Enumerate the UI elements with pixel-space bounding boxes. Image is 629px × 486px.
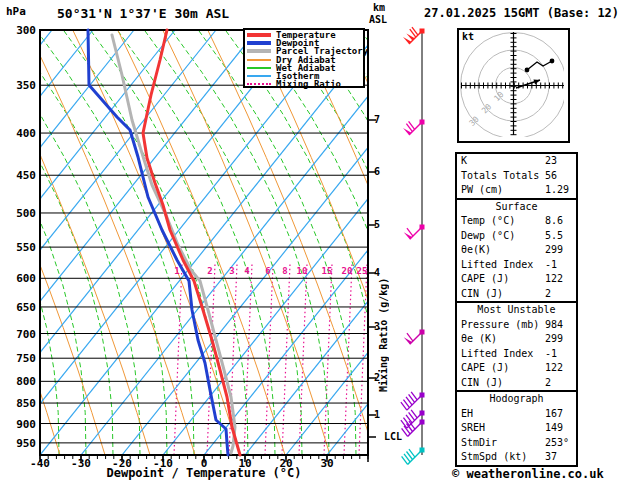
mixing-ratio-value-label: 25 [353,266,371,276]
km-tick-label: 7 [374,114,380,125]
stats-label: Lifted Index [461,347,533,362]
wind-barb [403,27,424,44]
pressure-label: 500 [4,207,36,220]
pressure-label: 750 [4,352,36,365]
station-title: 50°31'N 1°37'E 30m ASL [57,6,229,21]
stats-value: 2 [545,376,551,391]
stats-value: 299 [545,243,563,258]
legend-box: TemperatureDewpointParcel TrajectoryDry … [243,28,365,88]
stats-row: PW (cm)1.29 [457,183,576,198]
pressure-label: 550 [4,241,36,254]
pressure-label: 650 [4,301,36,314]
stats-value: 167 [545,407,563,422]
stats-box: K23Totals Totals56PW (cm)1.29 [455,152,578,200]
wind-barb [402,448,425,465]
stats-label: Pressure (mb) [461,318,539,333]
stats-value: 23 [545,154,557,169]
stats-label: θe(K) [461,243,491,258]
stats-value: 122 [545,272,563,287]
stats-label: StmSpd (kt) [461,450,527,465]
legend-swatch [247,41,271,45]
wind-barb [404,330,425,345]
stats-value: 8.6 [545,214,563,229]
wind-barb [401,392,425,410]
stats-box: Most UnstablePressure (mb)984θe (K)299Li… [455,301,578,392]
stats-row: Pressure (mb)984 [457,318,576,333]
stats-header: Hodograph [457,392,576,407]
stats-value: 299 [545,332,563,347]
temperature-curve [143,30,240,455]
copyright: © weatheronline.co.uk [452,467,604,481]
stats-value: 56 [545,169,557,184]
x-axis-title: Dewpoint / Temperature (°C) [40,466,368,480]
pressure-label: 950 [4,437,36,450]
hodograph-unit: kt [462,31,474,42]
legend-row: Mixing Ratio [247,80,363,88]
mixing-ratio-value-label: 15 [318,266,336,276]
stats-value: 149 [545,421,563,436]
stats-label: CIN (J) [461,287,503,302]
stats-header: Surface [457,200,576,215]
pressure-label: 300 [4,24,36,37]
stats-row: K23 [457,154,576,169]
lcl-label: LCL [384,431,402,442]
pressure-label: 850 [4,397,36,410]
asl-axis-unit: ASL [369,14,387,25]
stats-row: θe (K)299 [457,332,576,347]
stats-header: Most Unstable [457,303,576,318]
mixing-ratio-value-label: 2 [201,266,219,276]
stats-row: SREH149 [457,421,576,436]
legend-swatch [247,59,271,61]
hodograph-panel: 102030 kt [457,28,570,143]
stats-row: CIN (J)2 [457,376,576,391]
legend-swatch [247,75,271,77]
pressure-label: 900 [4,418,36,431]
stats-label: Lifted Index [461,258,533,273]
stats-row: Lifted Index-1 [457,347,576,362]
stats-label: EH [461,407,473,422]
legend-swatch [247,49,271,53]
stats-label: CAPE (J) [461,361,509,376]
stats-box: HodographEH167SREH149StmDir253°StmSpd (k… [455,390,578,467]
pressure-label: 350 [4,79,36,92]
stats-value: 984 [545,318,563,333]
stats-label: Totals Totals [461,169,539,184]
stats-row: Totals Totals56 [457,169,576,184]
stats-row: StmDir253° [457,436,576,451]
stats-value: -1 [545,347,557,362]
mixing-ratio-value-label: 10 [293,266,311,276]
mixing-ratio-value-label: 6 [259,266,277,276]
pressure-label: 700 [4,328,36,341]
stats-value: -1 [545,258,557,273]
stats-label: StmDir [461,436,497,451]
stats-value: 1.29 [545,183,569,198]
wind-barb [404,225,425,240]
stats-row: CIN (J)2 [457,287,576,302]
hodograph-upper-path [527,61,552,70]
stats-value: 5.5 [545,229,563,244]
km-tick-label: 6 [374,166,380,177]
hodograph-canvas: 102030 [459,30,564,137]
stats-box: SurfaceTemp (°C)8.6Dewp (°C)5.5θe(K)299L… [455,198,578,304]
stats-label: K [461,154,467,169]
wind-barb [403,120,424,135]
km-axis-unit: km [373,2,385,13]
stats-row: EH167 [457,407,576,422]
sounding-page: hPa 50°31'N 1°37'E 30m ASL km ASL 27.01.… [0,0,629,486]
pressure-label: 800 [4,375,36,388]
run-datetime: 27.01.2025 15GMT (Base: 12) [424,6,619,20]
stats-label: SREH [461,421,485,436]
legend-label: Mixing Ratio [276,80,341,88]
stats-row: CAPE (J)122 [457,272,576,287]
stats-value: 37 [545,450,557,465]
stats-label: CIN (J) [461,376,503,391]
stats-label: PW (cm) [461,183,503,198]
mixing-axis-title: Mixing Ratio (g/kg) [378,222,389,392]
stats-value: 122 [545,361,563,376]
stats-row: Temp (°C)8.6 [457,214,576,229]
legend-swatch [247,67,271,69]
mixing-ratio-value-label: 1 [168,266,186,276]
pressure-label: 600 [4,272,36,285]
stats-label: Temp (°C) [461,214,515,229]
mixing-ratio-value-label: 4 [238,266,256,276]
